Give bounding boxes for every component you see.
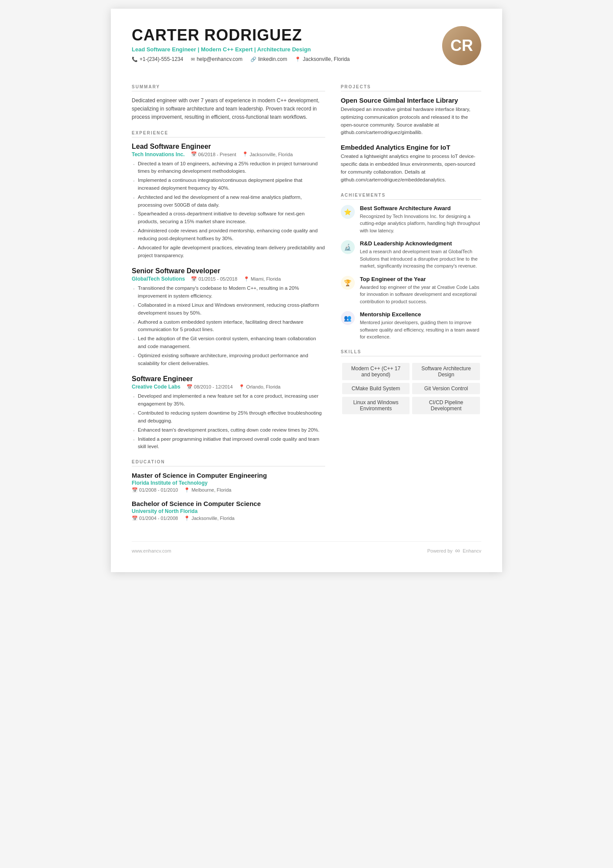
calendar-icon: 📅 (187, 384, 193, 390)
achievement-item: 🔬 R&D Leadership Acknowledgment Led a re… (341, 240, 481, 270)
footer-brand: Powered by ∞ Enhancv (427, 547, 481, 555)
skill-tag: CI/CD Pipeline Development (412, 397, 480, 414)
bullet-item: Implemented a continuous integration/con… (132, 177, 325, 192)
achievement-description: Awarded top engineer of the year at Crea… (360, 284, 481, 305)
achievements-section-title: ACHIEVEMENTS (341, 193, 481, 200)
candidate-name: CARTER RODRIGUEZ (132, 26, 350, 44)
pin-icon: 📍 (242, 151, 248, 157)
project-title: Open Source Gimbal Interface Library (341, 97, 481, 104)
project-item: Open Source Gimbal Interface Library Dev… (341, 97, 481, 137)
achievement-icon-trophy: 🏆 (341, 276, 355, 290)
job-bullets: Transitioned the company's codebase to M… (132, 285, 325, 367)
link-icon: 🔗 (250, 57, 257, 62)
body: SUMMARY Dedicated engineer with over 7 y… (132, 76, 481, 528)
brand-name: Enhancv (463, 548, 481, 553)
job-bullets: Directed a team of 10 engineers, achievi… (132, 160, 325, 260)
job-location: 📍 Orlando, Florida (239, 384, 280, 390)
project-item: Embedded Analytics Engine for IoT Create… (341, 144, 481, 184)
bullet-item: Initiated a peer programming initiative … (132, 436, 325, 451)
calendar-icon: 📅 (191, 151, 197, 157)
summary-text: Dedicated engineer with over 7 years of … (132, 97, 325, 122)
header-left: CARTER RODRIGUEZ Lead Software Engineer … (132, 26, 350, 62)
achievement-content: Best Software Architecture Award Recogni… (360, 205, 481, 235)
job-dates: 📅 06/2018 - Present (191, 151, 236, 157)
edu-location: 📍 Melbourne, Florida (184, 487, 231, 493)
phone-value: +1-(234)-555-1234 (140, 56, 183, 62)
pin-icon: 📍 (239, 384, 245, 390)
education-item: Master of Science in Computer Engineerin… (132, 472, 325, 493)
job-location: 📍 Jacksonville, Florida (242, 151, 293, 157)
achievement-item: 👥 Mentorship Excellence Mentored junior … (341, 311, 481, 341)
achievement-title: Top Engineer of the Year (360, 276, 481, 282)
bullet-item: Advocated for agile development practice… (132, 244, 325, 260)
company-name: Tech Innovations Inc. (132, 151, 185, 158)
job-title: Lead Software Engineer (132, 143, 325, 151)
edu-school: University of North Florida (132, 508, 325, 514)
edu-meta: 📅 01/2008 - 01/2010 📍 Melbourne, Florida (132, 487, 325, 493)
candidate-title: Lead Software Engineer | Modern C++ Expe… (132, 46, 350, 53)
project-title: Embedded Analytics Engine for IoT (341, 144, 481, 151)
skill-tag: Modern C++ (C++ 17 and beyond) (342, 363, 410, 380)
right-column: PROJECTS Open Source Gimbal Interface Li… (341, 76, 481, 528)
project-description: Developed an innovative gimbal hardware … (341, 106, 481, 137)
bullet-item: Optimized existing software architecture… (132, 352, 325, 368)
location-value: Jacksonville, Florida (303, 56, 350, 62)
infinity-icon: ∞ (455, 547, 460, 555)
skills-section-title: SKILLS (341, 349, 481, 356)
achievement-content: Mentorship Excellence Mentored junior de… (360, 311, 481, 341)
bullet-item: Developed and implemented a new feature … (132, 392, 325, 408)
skills-grid: Modern C++ (C++ 17 and beyond) Software … (341, 362, 481, 416)
linkedin-item: 🔗 linkedin.com (250, 56, 287, 62)
bullet-item: Enhanced team's development practices, c… (132, 426, 325, 434)
skill-tag: CMake Build System (342, 383, 410, 394)
project-description: Created a lightweight analytics engine t… (341, 153, 481, 184)
pin-icon: 📍 (243, 276, 250, 282)
education-item: Bachelor of Science in Computer Science … (132, 500, 325, 521)
experience-section-title: EXPERIENCE (132, 131, 325, 137)
company-name: GlobalTech Solutions (132, 276, 185, 282)
skill-tag: Software Architecture Design (412, 363, 480, 380)
header: CARTER RODRIGUEZ Lead Software Engineer … (132, 26, 481, 65)
email-icon: ✉ (191, 57, 195, 62)
footer: www.enhancv.com Powered by ∞ Enhancv (132, 541, 481, 555)
edu-meta: 📅 01/2004 - 01/2008 📍 Jacksonville, Flor… (132, 516, 325, 521)
footer-website: www.enhancv.com (132, 548, 171, 553)
edu-school: Florida Institute of Technology (132, 480, 325, 486)
achievement-icon-research: 🔬 (341, 240, 355, 254)
calendar-icon: 📅 (132, 487, 138, 493)
location-icon: 📍 (295, 57, 301, 62)
bullet-item: Directed a team of 10 engineers, achievi… (132, 160, 325, 176)
phone-icon: 📞 (132, 57, 138, 62)
achievement-title: Best Software Architecture Award (360, 205, 481, 211)
job-title: Senior Software Developer (132, 267, 325, 275)
achievement-icon-mentorship: 👥 (341, 311, 355, 325)
achievement-content: Top Engineer of the Year Awarded top eng… (360, 276, 481, 305)
job-location: 📍 Miami, Florida (243, 276, 281, 282)
phone-item: 📞 +1-(234)-555-1234 (132, 56, 183, 62)
achievement-item: 🏆 Top Engineer of the Year Awarded top e… (341, 276, 481, 305)
bullet-item: Led the adoption of the Git version cont… (132, 335, 325, 351)
achievement-description: Recognized by Tech Innovations Inc. for … (360, 213, 481, 235)
achievement-icon-star: ⭐ (341, 205, 355, 219)
achievement-title: R&D Leadership Acknowledgment (360, 240, 481, 247)
job-dates: 📅 01/2015 - 05/2018 (191, 276, 237, 282)
bullet-item: Contributed to reducing system downtime … (132, 409, 325, 425)
job-item: Senior Software Developer GlobalTech Sol… (132, 267, 325, 367)
bullet-item: Spearheaded a cross-department initiativ… (132, 210, 325, 226)
edu-dates: 📅 01/2008 - 01/2010 (132, 487, 178, 493)
bullet-item: Authored a custom embedded system interf… (132, 318, 325, 334)
email-value: help@enhancv.com (197, 56, 242, 62)
edu-degree: Master of Science in Computer Engineerin… (132, 472, 325, 479)
edu-degree: Bachelor of Science in Computer Science (132, 500, 325, 507)
job-dates: 📅 08/2010 - 12/2014 (187, 384, 233, 390)
achievement-description: Led a research and development team at G… (360, 248, 481, 270)
job-bullets: Developed and implemented a new feature … (132, 392, 325, 451)
pin-icon: 📍 (184, 487, 190, 493)
bullet-item: Collaborated in a mixed Linux and Window… (132, 302, 325, 317)
resume-page: CARTER RODRIGUEZ Lead Software Engineer … (111, 9, 502, 572)
left-column: SUMMARY Dedicated engineer with over 7 y… (132, 76, 325, 528)
achievement-title: Mentorship Excellence (360, 311, 481, 318)
job-title: Software Engineer (132, 375, 325, 383)
pin-icon: 📍 (184, 516, 190, 521)
projects-section-title: PROJECTS (341, 84, 481, 91)
